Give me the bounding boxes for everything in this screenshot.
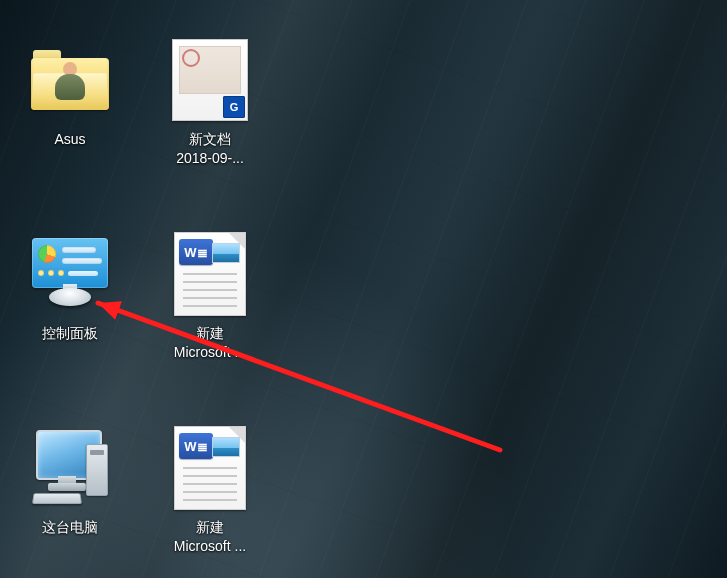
folder-user-icon	[26, 36, 114, 124]
control-panel-icon	[26, 230, 114, 318]
word-document-icon: W≣	[166, 424, 254, 512]
desktop-area[interactable]: Asus G 新文档 2018-09-...	[0, 0, 727, 578]
desktop-item-word-doc-2[interactable]: W≣ 新建 Microsoft ...	[150, 424, 270, 578]
desktop-item-label: 控制面板	[42, 324, 98, 343]
app-badge-icon: G	[223, 96, 245, 118]
desktop-item-label: 这台电脑	[42, 518, 98, 537]
desktop-item-label: 新建 Microsoft ...	[174, 324, 246, 362]
desktop-item-word-doc-1[interactable]: W≣ 新建 Microsoft ...	[150, 230, 270, 410]
word-badge-icon: W≣	[179, 239, 213, 265]
desktop-item-this-pc[interactable]: 这台电脑	[10, 424, 130, 578]
word-badge-icon: W≣	[179, 433, 213, 459]
desktop-item-label: Asus	[54, 130, 85, 149]
desktop-icon-grid: Asus G 新文档 2018-09-...	[10, 36, 270, 578]
this-pc-icon	[26, 424, 114, 512]
desktop-item-label: 新文档 2018-09-...	[176, 130, 244, 168]
document-thumbnail-icon: G	[166, 36, 254, 124]
desktop-item-asus-folder[interactable]: Asus	[10, 36, 130, 216]
word-document-icon: W≣	[166, 230, 254, 318]
desktop-item-control-panel[interactable]: 控制面板	[10, 230, 130, 410]
desktop-item-label: 新建 Microsoft ...	[174, 518, 246, 556]
desktop-item-new-document[interactable]: G 新文档 2018-09-...	[150, 36, 270, 216]
